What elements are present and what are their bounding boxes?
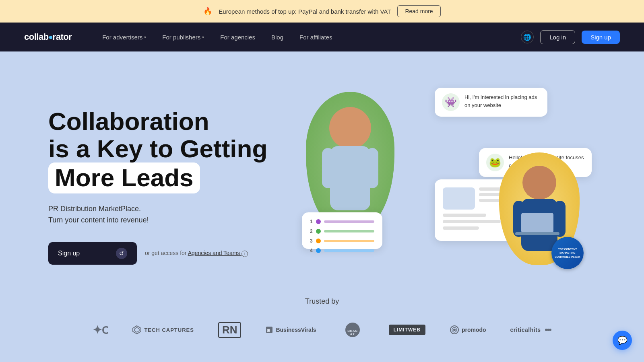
- stats-dot-1: [316, 219, 321, 224]
- logo-techcaptures-icon: [132, 325, 142, 335]
- nav-links: For advertisers ▾ For publishers ▾ For a…: [96, 31, 521, 44]
- logo-businessvirals-icon: ▣: [265, 326, 273, 334]
- heading-highlight: More Leads: [48, 162, 200, 193]
- nav-item-affiliates[interactable]: For affiliates: [293, 31, 339, 44]
- person2-container: TOP CONTENT MARKETING COMPANIES IN 2024: [499, 152, 588, 273]
- login-button[interactable]: Log in: [540, 30, 575, 44]
- stats-card: 1 2 3 4: [302, 212, 382, 249]
- svg-rect-10: [515, 232, 559, 235]
- svg-marker-13: [134, 327, 139, 332]
- hero-content: Collaboration is a Key to Getting More L…: [0, 51, 644, 289]
- top-banner: 🔥 European methods of top up: PayPal and…: [0, 0, 644, 23]
- svg-rect-9: [521, 213, 553, 233]
- hero-heading: Collaboration is a Key to Getting More L…: [48, 108, 290, 193]
- hero-right: 👾 Hi, I'm interested in placing ads on y…: [290, 84, 612, 273]
- stats-row-4: 4: [310, 248, 374, 253]
- logo-limitweb: LIMITWEB: [389, 325, 425, 335]
- svg-text:▣: ▣: [267, 328, 270, 332]
- stats-line-3: [324, 240, 374, 242]
- chevron-down-icon: ▾: [202, 35, 204, 39]
- svg-rect-8: [554, 201, 566, 237]
- logos-row: ✦C TECH CAPTURES RN ▣ BusinessVirals: [32, 322, 612, 338]
- logo-dot: [49, 36, 52, 39]
- logo-braga-icon: BRAG A▼: [341, 322, 365, 338]
- svg-text:✦C: ✦C: [93, 324, 108, 336]
- svg-point-20: [453, 329, 456, 331]
- logo-criticalhits-icon: [544, 327, 552, 333]
- globe-icon[interactable]: 🌐: [521, 31, 534, 43]
- logo-1-icon: ✦C: [92, 322, 108, 338]
- svg-marker-12: [133, 326, 141, 334]
- svg-text:BRAG: BRAG: [347, 329, 358, 333]
- stats-row-2: 2: [310, 228, 374, 234]
- read-more-button[interactable]: Read more: [397, 5, 440, 17]
- chevron-down-icon: ▾: [144, 35, 146, 39]
- svg-text:A▼: A▼: [350, 333, 355, 335]
- monster-icon-1: 👾: [442, 93, 460, 111]
- content-card-image: [443, 187, 475, 210]
- hero-signup-button[interactable]: Sign up ↺: [48, 242, 137, 265]
- logo[interactable]: collabrator: [24, 32, 72, 42]
- trusted-section: Trusted by ✦C TECH CAPTURES RN: [0, 289, 644, 362]
- cta-or-text: or get access for Agencies and Teams i: [145, 250, 248, 257]
- arrow-icon: ↺: [116, 248, 127, 259]
- trusted-title: Trusted by: [32, 297, 612, 306]
- banner-text: European methods of top up: PayPal and b…: [219, 8, 391, 15]
- stats-dot-3: [316, 239, 321, 243]
- nav-right: 🌐 Log in Sign up: [521, 30, 620, 44]
- stats-line-4: [324, 249, 374, 252]
- hero-subtitle: PR Distribution MarketPlace. Turn your c…: [48, 203, 290, 226]
- svg-point-1: [329, 107, 371, 149]
- nav-signup-button[interactable]: Sign up: [582, 31, 620, 44]
- nav-item-advertisers[interactable]: For advertisers ▾: [96, 31, 153, 44]
- info-icon[interactable]: i: [242, 251, 248, 257]
- nav-item-blog[interactable]: Blog: [265, 31, 290, 44]
- stats-row-1: 1: [310, 219, 374, 224]
- logo-techcaptures: TECH CAPTURES: [132, 325, 194, 335]
- agencies-link[interactable]: Agencies and Teams: [188, 250, 242, 256]
- logo-promodo-icon: [450, 325, 459, 335]
- heading-line2: is a Key to Getting: [48, 135, 267, 162]
- nav-item-agencies[interactable]: For agencies: [214, 31, 262, 44]
- chat-icon: 💬: [617, 335, 627, 345]
- logo-braga: BRAG A▼: [341, 322, 365, 338]
- support-chat-button[interactable]: 💬: [613, 331, 632, 350]
- content-line-5: [443, 220, 501, 223]
- stats-line-2: [324, 230, 374, 232]
- banner-emoji: 🔥: [203, 7, 212, 16]
- logo-promodo: promodo: [450, 325, 486, 335]
- stats-line-1: [324, 220, 374, 223]
- hero-left: Collaboration is a Key to Getting More L…: [48, 84, 290, 273]
- stats-dot-2: [316, 229, 321, 234]
- award-badge: TOP CONTENT MARKETING COMPANIES IN 2024: [551, 237, 584, 269]
- content-line-6: [443, 226, 479, 230]
- hero-cta: Sign up ↺ or get access for Agencies and…: [48, 242, 290, 265]
- svg-rect-4: [366, 148, 378, 188]
- stats-dot-4: [316, 248, 321, 253]
- stats-row-3: 3: [310, 238, 374, 244]
- logo-rn: RN: [218, 322, 242, 338]
- hero-section: Collaboration is a Key to Getting More L…: [0, 51, 644, 362]
- svg-point-5: [522, 166, 556, 200]
- logo-criticalhits: criticalhits: [510, 327, 552, 333]
- heading-line1: Collaboration: [48, 107, 209, 135]
- content-line-4: [443, 214, 486, 217]
- navbar: collabrator For advertisers ▾ For publis…: [0, 23, 644, 51]
- svg-rect-2: [330, 146, 370, 210]
- nav-item-publishers[interactable]: For publishers ▾: [156, 31, 211, 44]
- chat-bubble-1: 👾 Hi, I'm interested in placing ads on y…: [435, 88, 547, 117]
- logo-businessvirals: ▣ BusinessVirals: [265, 326, 316, 334]
- logo-text: collabrator: [24, 32, 72, 42]
- svg-rect-3: [322, 148, 334, 188]
- logo-1: ✦C: [92, 322, 108, 338]
- svg-point-23: [549, 329, 551, 331]
- chat-text-1: Hi, I'm interested in placing ads on you…: [464, 93, 540, 109]
